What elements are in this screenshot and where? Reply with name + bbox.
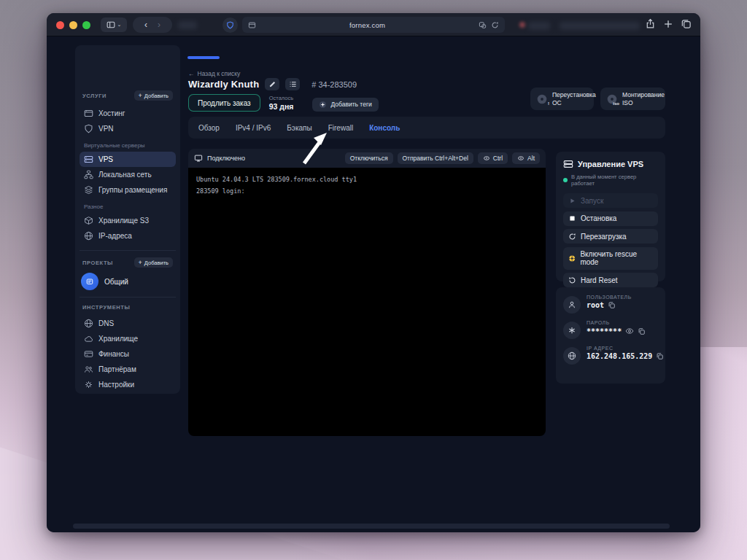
ctrl-key-button[interactable]: Ctrl <box>478 152 508 164</box>
sidebar-toggle-button[interactable]: ⌄ <box>101 18 127 32</box>
sidebar: УСЛУГИ + Добавить Хостинг VPN Виртуальны… <box>75 45 180 394</box>
user-label: ПОЛЬЗОВАТЕЛЬ <box>587 295 632 300</box>
close-window-button[interactable] <box>56 21 64 29</box>
sidebar-item-dns[interactable]: DNS <box>80 316 176 331</box>
stop-server-button[interactable]: Остановка <box>563 211 658 226</box>
project-avatar <box>81 273 98 290</box>
vnc-terminal[interactable]: Ubuntu 24.04.3 LTS 283509.fornex.cloud t… <box>188 168 546 436</box>
rotate-ccw-icon <box>568 276 576 284</box>
reinstall-os-button[interactable]: ! Переустановка ОС <box>530 88 594 110</box>
alt-key-button[interactable]: Alt <box>512 152 540 164</box>
key-icon <box>517 155 525 162</box>
lifebuoy-icon <box>568 254 576 262</box>
tab-console[interactable]: Консоль <box>369 124 400 132</box>
sidebar-icon <box>107 20 115 29</box>
credit-card-icon <box>84 349 93 359</box>
sidebar-item-hosting[interactable]: Хостинг <box>80 106 176 121</box>
app-content: УСЛУГИ + Добавить Хостинг VPN Виртуальны… <box>47 36 700 532</box>
back-button[interactable]: ‹ <box>144 20 147 29</box>
hard-reset-button[interactable]: Hard Reset <box>563 273 658 287</box>
globe-icon <box>563 347 581 365</box>
url-text: fornex.com <box>256 21 479 29</box>
redacted-favicon <box>519 22 525 28</box>
edit-title-button[interactable] <box>265 78 279 90</box>
sidebar-item-ip-addresses[interactable]: IP-адреса <box>80 228 176 244</box>
server-status-text: В данный момент сервер работает <box>571 174 658 187</box>
tab-firewall[interactable]: Firewall <box>328 124 353 132</box>
sidebar-item-local-network[interactable]: Локальная сеть <box>80 167 176 182</box>
disconnect-button[interactable]: Отключиться <box>345 152 393 164</box>
address-bar[interactable]: fornex.com <box>242 17 505 33</box>
chevron-down-icon: ⌄ <box>117 22 122 28</box>
start-server-button[interactable]: Запуск <box>563 193 658 208</box>
vps-control-title: Управление VPS <box>578 160 643 168</box>
back-to-list-link[interactable]: ← Назад к списку <box>188 70 240 77</box>
sidebar-subheader-virtual-servers: Виртуальные серверы <box>84 142 173 149</box>
enable-rescue-mode-button[interactable]: Включить rescue mode <box>563 247 658 270</box>
network-icon <box>84 170 93 179</box>
sidebar-section-tools: ИНСТРУМЕНТЫ <box>82 304 130 311</box>
sidebar-item-placement-groups[interactable]: Группы размещения <box>80 182 176 198</box>
refresh-icon <box>568 233 576 241</box>
add-tags-button[interactable]: Добавить теги <box>312 98 378 112</box>
copy-icon[interactable] <box>638 327 646 335</box>
sidebar-item-project-common[interactable]: Общий <box>81 273 173 290</box>
browser-toolbar: ⌄ ‹ › fornex.com <box>47 13 700 36</box>
mount-iso-button[interactable]: iso Монтирование ISO <box>600 88 665 110</box>
renew-order-button[interactable]: Продлить заказ <box>188 94 260 112</box>
console-panel: Подключено Отключиться Отправить Ctrl+Al… <box>188 149 546 436</box>
copy-icon[interactable] <box>608 301 616 309</box>
sidebar-item-vpn[interactable]: VPN <box>80 121 176 136</box>
send-ctrl-alt-del-button[interactable]: Отправить Ctrl+Alt+Del <box>398 152 473 164</box>
sidebar-section-projects: ПРОЕКТЫ <box>82 260 113 266</box>
zoom-window-button[interactable] <box>82 21 90 29</box>
reboot-server-button[interactable]: Перезагрузка <box>563 229 658 244</box>
globe-icon <box>84 231 93 241</box>
plus-icon: + <box>139 260 142 266</box>
list-icon <box>289 80 297 88</box>
minimize-window-button[interactable] <box>69 21 77 29</box>
active-tab-indicator <box>187 56 220 59</box>
disc-icon: ! <box>536 93 548 105</box>
forward-button[interactable]: › <box>158 20 160 29</box>
sidebar-item-vps[interactable]: VPS <box>80 152 176 167</box>
sidebar-item-settings[interactable]: Настройки <box>80 377 176 392</box>
translate-icon <box>479 21 487 29</box>
credentials-panel: ПОЛЬЗОВАТЕЛЬ root ПАРОЛЬ ******** <box>556 287 665 384</box>
eye-icon[interactable] <box>625 327 634 335</box>
scroll-strip[interactable] <box>73 524 670 529</box>
browser-window-icon <box>84 109 93 118</box>
ip-row: IP АДРЕС 162.248.165.229 <box>563 346 658 365</box>
reload-icon[interactable] <box>491 21 499 29</box>
extension-button[interactable] <box>222 18 238 33</box>
tab-overview-icon[interactable] <box>681 18 692 29</box>
share-icon[interactable] <box>645 18 656 29</box>
sidebar-item-finance[interactable]: Финансы <box>80 346 176 362</box>
shield-icon <box>226 21 234 29</box>
sidebar-subheader-misc: Разное <box>84 203 173 210</box>
plus-circle-icon <box>319 101 327 109</box>
people-icon <box>84 365 93 374</box>
add-service-button[interactable]: + Добавить <box>134 90 173 101</box>
status-dot-green <box>563 178 568 182</box>
user-row: ПОЛЬЗОВАТЕЛЬ root <box>563 295 658 314</box>
password-label: ПАРОЛЬ <box>587 320 646 325</box>
key-icon <box>483 155 490 162</box>
tab-overview[interactable]: Обзор <box>198 124 220 132</box>
sidebar-item-partners[interactable]: Партнёрам <box>80 362 176 377</box>
tab-bar: Обзор IPv4 / IPv6 Бэкапы Firewall Консол… <box>188 117 665 139</box>
sidebar-item-s3-storage[interactable]: Хранилище S3 <box>80 213 176 228</box>
add-project-button[interactable]: + Добавить <box>134 257 173 268</box>
monitor-icon <box>194 154 203 163</box>
new-tab-icon[interactable] <box>663 19 673 29</box>
tab-backups[interactable]: Бэкапы <box>287 124 311 132</box>
vps-control-title-row: Управление VPS <box>563 159 658 169</box>
details-list-button[interactable] <box>285 78 300 90</box>
tab-ipv4-ipv6[interactable]: IPv4 / IPv6 <box>236 124 271 132</box>
sidebar-item-storage[interactable]: Хранилище <box>80 331 176 346</box>
ip-value: 162.248.165.229 <box>587 352 652 360</box>
terminal-line: Ubuntu 24.04.3 LTS 283509.fornex.cloud t… <box>196 174 538 186</box>
page-icon <box>248 21 256 29</box>
copy-icon[interactable] <box>656 352 664 360</box>
globe-icon <box>84 319 93 328</box>
